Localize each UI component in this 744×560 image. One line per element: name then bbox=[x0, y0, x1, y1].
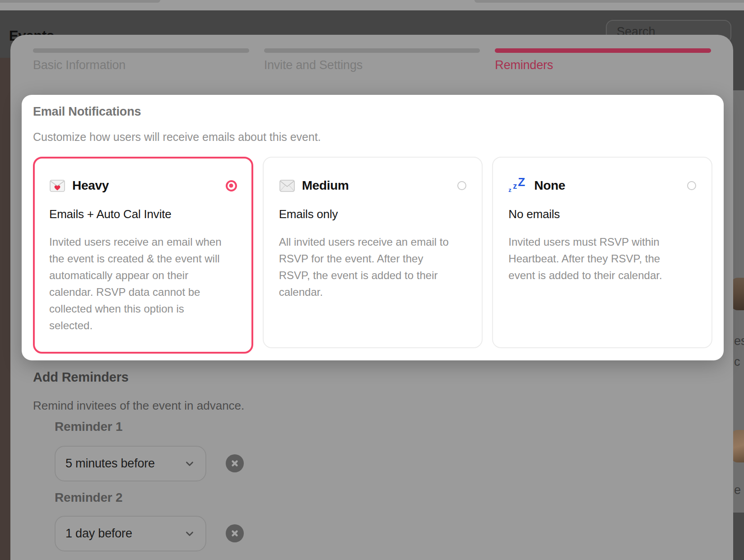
chevron-down-icon bbox=[184, 458, 195, 470]
card-description: Invited users receive an email when the … bbox=[49, 233, 226, 334]
remove-reminder-2-button[interactable] bbox=[226, 524, 244, 542]
remove-reminder-1-button[interactable] bbox=[226, 454, 244, 472]
x-icon bbox=[231, 529, 239, 537]
tab-reminders[interactable]: Reminders bbox=[495, 48, 711, 72]
card-title: Medium bbox=[302, 178, 349, 193]
tab-progress-bar bbox=[264, 48, 480, 53]
tab-bar-shade-left bbox=[0, 0, 160, 3]
reminder-2-label: Reminder 2 bbox=[55, 490, 123, 505]
page-left-sliver bbox=[0, 58, 10, 560]
browser-tab-bar bbox=[0, 0, 744, 10]
background-text-fragment: e bbox=[734, 483, 741, 497]
card-description: Invited users must RSVP within Heartbeat… bbox=[508, 233, 685, 284]
option-card-none[interactable]: zzZ None No emails Invited users must RS… bbox=[492, 157, 712, 348]
tab-invite-and-settings[interactable]: Invite and Settings bbox=[264, 48, 480, 72]
modal-step-tabs: Basic Information Invite and Settings Re… bbox=[33, 48, 711, 72]
card-header: zzZ None bbox=[508, 176, 696, 196]
card-header: Medium bbox=[279, 176, 467, 196]
x-icon bbox=[231, 459, 239, 467]
reminder-2-select[interactable]: 1 day before bbox=[55, 516, 206, 551]
section-description: Customize how users will receive emails … bbox=[33, 131, 712, 144]
option-card-heavy[interactable]: Heavy Emails + Auto Cal Invite Invited u… bbox=[33, 157, 253, 354]
card-title: Heavy bbox=[72, 178, 109, 193]
reminder-1-value: 5 minutes before bbox=[65, 457, 155, 471]
tab-progress-bar bbox=[495, 48, 711, 53]
background-text-fragment: c bbox=[734, 355, 740, 369]
reminder-2-value: 1 day before bbox=[65, 527, 132, 541]
card-subtitle: Emails + Auto Cal Invite bbox=[49, 207, 237, 222]
add-reminders-heading: Add Reminders bbox=[33, 370, 129, 385]
notification-options: Heavy Emails + Auto Cal Invite Invited u… bbox=[33, 157, 712, 354]
event-settings-modal: Basic Information Invite and Settings Re… bbox=[10, 35, 733, 560]
add-reminders-description: Remind invitees of the event in advance. bbox=[33, 399, 244, 413]
email-notifications-panel: Email Notifications Customize how users … bbox=[22, 95, 724, 360]
heart-envelope-icon bbox=[49, 179, 65, 192]
radio-unselected-icon[interactable] bbox=[687, 181, 696, 190]
tab-label: Reminders bbox=[495, 58, 711, 72]
tab-label: Basic Information bbox=[33, 58, 249, 72]
card-title: None bbox=[534, 178, 565, 193]
section-heading: Email Notifications bbox=[33, 105, 712, 119]
card-subtitle: Emails only bbox=[279, 207, 467, 222]
card-header: Heavy bbox=[49, 176, 237, 196]
screen: Events es c e Basic Information Invite a… bbox=[0, 0, 744, 560]
background-text-fragment: es bbox=[734, 334, 744, 348]
tab-label: Invite and Settings bbox=[264, 58, 480, 72]
card-subtitle: No emails bbox=[508, 207, 696, 222]
reminder-1-label: Reminder 1 bbox=[55, 420, 123, 434]
zzz-icon: zzZ bbox=[508, 177, 527, 194]
reminder-1-select[interactable]: 5 minutes before bbox=[55, 446, 206, 481]
card-description: All invited users receive an email to RS… bbox=[279, 233, 456, 300]
chevron-down-icon bbox=[184, 528, 195, 540]
envelope-icon bbox=[279, 179, 295, 192]
tab-progress-bar bbox=[33, 48, 249, 53]
radio-unselected-icon[interactable] bbox=[457, 181, 466, 190]
option-card-medium[interactable]: Medium Emails only All invited users rec… bbox=[263, 157, 483, 348]
tab-bar-shade-right bbox=[474, 0, 744, 3]
tab-basic-information[interactable]: Basic Information bbox=[33, 48, 249, 72]
radio-selected-icon[interactable] bbox=[226, 180, 237, 191]
